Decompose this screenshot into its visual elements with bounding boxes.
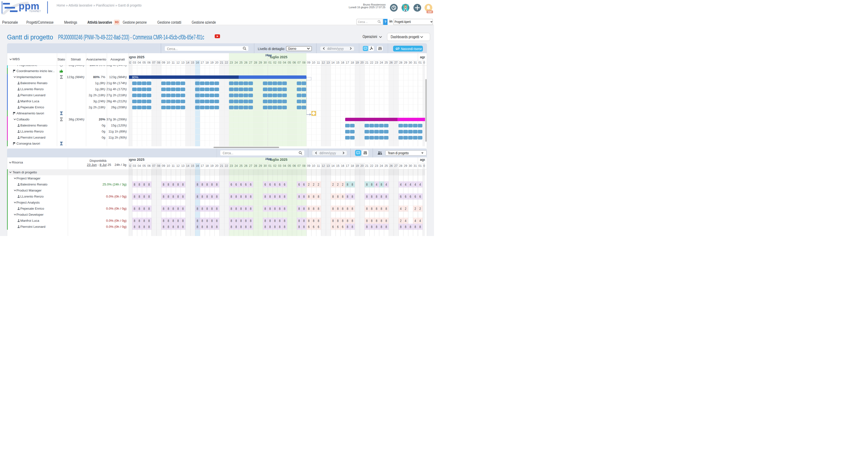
svg-text:TERANET: TERANET: [29, 9, 41, 13]
